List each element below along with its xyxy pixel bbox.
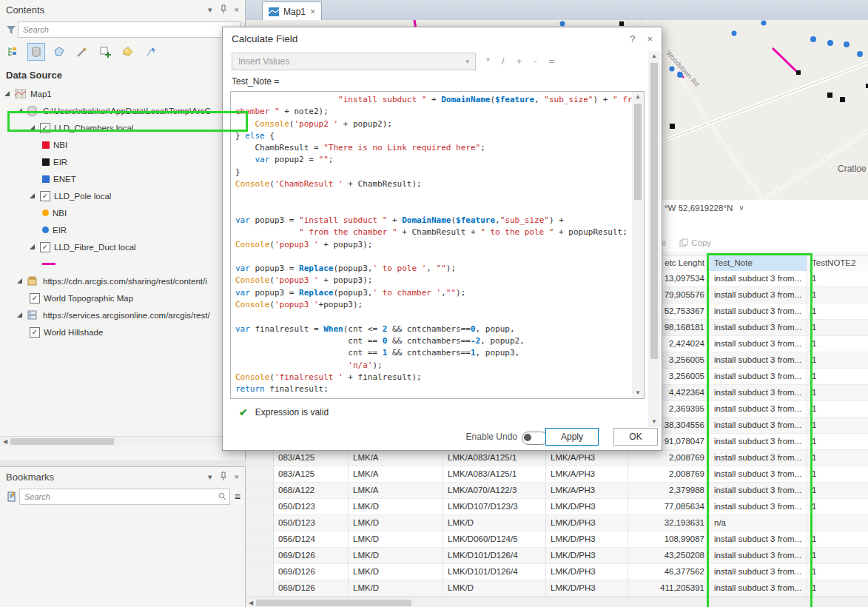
cell[interactable]: LMK/D bbox=[349, 548, 443, 563]
copy-button[interactable]: Copy bbox=[679, 238, 711, 247]
enable-undo-toggle[interactable] bbox=[522, 432, 548, 445]
cell[interactable]: 1 bbox=[807, 548, 868, 563]
cell[interactable]: install subduct 3 from... bbox=[710, 466, 807, 482]
cell[interactable]: LMK/D bbox=[349, 515, 443, 531]
tree-item-eir[interactable]: EIR bbox=[0, 153, 245, 170]
cell[interactable]: install subduct 3 from... bbox=[710, 483, 807, 498]
table-row[interactable]: 056/D124LMK/DLMK/D060/D124/5LMK/D/PH3108… bbox=[246, 531, 868, 548]
cell[interactable]: 1 bbox=[807, 466, 868, 482]
tree-item-https-cdn-arcgis-com-sharing-r[interactable]: https://cdn.arcgis.com/sharing/rest/cont… bbox=[0, 272, 245, 289]
cell[interactable]: LMK/D/PH3 bbox=[546, 564, 628, 580]
cell[interactable]: LMK/D101/D126/4 bbox=[443, 548, 546, 563]
cell[interactable]: LMK/D101/D126/4 bbox=[443, 564, 546, 580]
cell[interactable]: 050/D123 bbox=[274, 515, 349, 531]
cell[interactable]: 1 bbox=[807, 450, 868, 466]
expander-icon[interactable] bbox=[4, 91, 10, 96]
cell[interactable]: 068/A122 bbox=[274, 483, 349, 498]
expression-code[interactable]: "install subduct " + DomainName($feature… bbox=[231, 92, 632, 398]
scroll-down-icon[interactable]: ▼ bbox=[632, 388, 644, 398]
row-header-cell[interactable] bbox=[246, 483, 274, 498]
cell[interactable] bbox=[807, 515, 868, 531]
close-icon[interactable]: × bbox=[235, 5, 239, 14]
layer-checkbox[interactable]: ✓ bbox=[40, 191, 50, 201]
bookmarks-search-input[interactable]: Search bbox=[19, 489, 230, 505]
scrollbar-thumb[interactable] bbox=[256, 600, 411, 606]
cell[interactable]: LMK/D/PH3 bbox=[546, 548, 628, 563]
cell[interactable]: 1 bbox=[807, 287, 868, 303]
expander-icon[interactable] bbox=[30, 125, 35, 130]
scroll-left-icon[interactable]: ◀ bbox=[246, 600, 256, 606]
cell[interactable]: 1 bbox=[807, 304, 868, 319]
cell[interactable]: n/a bbox=[710, 515, 807, 531]
layer-checkbox[interactable]: ✓ bbox=[40, 123, 50, 133]
operator-button[interactable]: + bbox=[517, 56, 522, 67]
auto-hide-pin-icon[interactable] bbox=[220, 4, 227, 15]
cell[interactable]: install subduct 3 from... bbox=[710, 304, 807, 319]
row-header-cell[interactable] bbox=[246, 564, 274, 580]
cell[interactable]: LMK/A083/A125/1 bbox=[443, 466, 546, 482]
dialog-title-bar[interactable]: Calculate Field ? × bbox=[223, 27, 662, 50]
cell[interactable]: 1 bbox=[807, 483, 868, 498]
cell[interactable]: 46,377562 bbox=[628, 564, 710, 580]
cell[interactable]: 1 bbox=[807, 271, 868, 286]
cell[interactable]: 050/D123 bbox=[274, 499, 349, 514]
scroll-up-icon[interactable]: ▲ bbox=[632, 92, 644, 102]
table-row[interactable]: 068/A122LMK/ALMK/A070/A122/3LMK/A/PH32,3… bbox=[246, 483, 868, 499]
cell[interactable]: install subduct 3 from... bbox=[710, 271, 807, 286]
list-by-editing-icon[interactable] bbox=[73, 43, 91, 61]
tree-item-enet[interactable]: ENET bbox=[0, 170, 245, 187]
expander-icon[interactable] bbox=[17, 108, 22, 113]
cell[interactable]: LMK/D bbox=[349, 499, 443, 514]
row-header-cell[interactable] bbox=[246, 499, 274, 514]
tree-item-nbi[interactable]: NBI bbox=[0, 204, 245, 221]
operator-button[interactable]: * bbox=[486, 56, 490, 67]
cell[interactable]: LMK/D/PH3 bbox=[546, 580, 628, 596]
layer-checkbox[interactable]: ✓ bbox=[40, 242, 50, 252]
column-header-Test_Note[interactable]: Test_Note bbox=[710, 255, 807, 272]
coordinate-dropdown-icon[interactable]: ∨ bbox=[739, 204, 744, 212]
cell[interactable]: LMK/D bbox=[443, 515, 546, 531]
cell[interactable]: 2,379988 bbox=[628, 483, 710, 498]
cell[interactable]: LMK/D bbox=[349, 580, 443, 596]
column-header-TestNOTE2[interactable]: TestNOTE2 bbox=[807, 255, 868, 272]
apply-button[interactable]: Apply bbox=[545, 428, 599, 446]
table-row[interactable]: 050/D123LMK/DLMK/DLMK/D/PH332,193631n/a bbox=[246, 515, 868, 531]
operator-button[interactable]: - bbox=[534, 56, 536, 67]
cell[interactable]: 43,250208 bbox=[628, 548, 710, 563]
tree-item-nbi[interactable]: NBI bbox=[0, 136, 245, 153]
tree-item-world-topographic-map[interactable]: ✓World Topographic Map bbox=[0, 289, 245, 306]
list-by-selection-icon[interactable] bbox=[50, 43, 68, 61]
table-row[interactable]: 069/D126LMK/DLMK/D101/D126/4LMK/D/PH346,… bbox=[246, 564, 868, 580]
operator-button[interactable]: / bbox=[502, 56, 505, 67]
cell[interactable]: 77,085634 bbox=[628, 499, 710, 514]
expander-icon[interactable] bbox=[17, 278, 22, 284]
code-vertical-scrollbar[interactable]: ▲ ▼ bbox=[632, 92, 644, 398]
cell[interactable]: install subduct 3 from... bbox=[710, 531, 807, 547]
cell[interactable]: 083/A125 bbox=[274, 466, 349, 482]
cell[interactable]: 1 bbox=[807, 369, 868, 384]
expander-icon[interactable] bbox=[17, 312, 22, 318]
table-row[interactable]: 083/A125LMK/ALMK/A083/A125/1LMK/A/PH32,0… bbox=[246, 450, 868, 466]
cell[interactable]: 1 bbox=[807, 385, 868, 400]
tree-item-lld-pole-local[interactable]: ✓LLD_Pole local bbox=[0, 187, 245, 204]
cell[interactable]: LMK/A083/A125/1 bbox=[443, 450, 546, 466]
cell[interactable]: install subduct 3 from... bbox=[710, 385, 807, 400]
tree-item-lld-fibre-duct-local[interactable]: ✓LLD_Fibre_Duct local bbox=[0, 238, 245, 255]
cell[interactable]: LMK/A bbox=[349, 483, 443, 498]
tree-item-map1[interactable]: Map1 bbox=[0, 85, 245, 102]
cell[interactable]: install subduct 3 from... bbox=[710, 369, 807, 384]
ok-button[interactable]: OK bbox=[613, 428, 658, 446]
table-row[interactable]: 069/D126LMK/DLMK/DLMK/D/PH3411,205391ins… bbox=[246, 580, 868, 597]
cell[interactable]: install subduct 3 from... bbox=[710, 580, 807, 596]
dialog-vertical-scrollbar[interactable]: ▲ ▼ bbox=[648, 51, 660, 427]
scrollbar-thumb[interactable] bbox=[10, 438, 114, 445]
cell[interactable]: 1 bbox=[807, 434, 868, 449]
cell[interactable]: 1 bbox=[807, 336, 868, 352]
scrollbar-thumb[interactable] bbox=[634, 104, 642, 200]
cell[interactable]: 1 bbox=[807, 401, 868, 417]
cell[interactable]: LMK/D107/D123/3 bbox=[443, 499, 546, 514]
row-header-cell[interactable] bbox=[246, 450, 274, 466]
operator-button[interactable]: = bbox=[549, 56, 555, 67]
expander-icon[interactable] bbox=[30, 193, 35, 198]
cell[interactable]: install subduct 3 from... bbox=[710, 548, 807, 563]
